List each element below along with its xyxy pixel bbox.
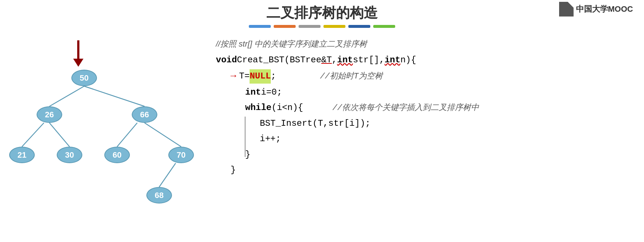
comment-null: //初始时T为空树: [320, 70, 383, 83]
semicolon: ;: [271, 69, 276, 83]
svg-line-2: [22, 123, 44, 147]
close-brace-func: }: [231, 163, 236, 177]
while-body: BST_Insert(T,str[i]); i++;: [216, 117, 622, 146]
null-value: NULL: [250, 69, 271, 83]
kw-int-1: int: [337, 53, 353, 67]
comment-line-1: //按照 str[] 中的关键字序列建立二叉排序树: [216, 38, 622, 50]
close-brace-while: }: [245, 148, 250, 162]
code-line-int-i: int i=0;: [245, 85, 622, 99]
comment-while: //依次将每个关键字插入到二叉排序树中: [332, 102, 479, 114]
color-bars: [249, 25, 395, 28]
logo-text: 中国大学MOOC: [576, 4, 633, 15]
color-bar: [373, 25, 395, 28]
node-66: 66: [132, 106, 157, 123]
code-line-while: while (i<n){ //依次将每个关键字插入到二叉排序树中: [245, 101, 622, 115]
code-line-tnull: → T= NULL ; //初始时T为空树: [231, 69, 622, 84]
color-bar: [274, 25, 296, 28]
arrow-down: [73, 40, 83, 67]
kw-int-3: int: [245, 85, 261, 99]
node-60: 60: [104, 147, 130, 163]
kw-int-2: int: [385, 53, 400, 67]
while-cond: (i<n){: [272, 101, 303, 115]
bst-insert: BST_Insert(T,str[i]);: [260, 117, 370, 131]
i-init: i=0;: [261, 85, 282, 99]
red-arrow-icon: →: [231, 69, 236, 84]
comma: ,: [332, 53, 337, 67]
svg-line-3: [49, 123, 70, 147]
arrow-head: [73, 59, 83, 67]
page-container: 二叉排序树的构造 中国大学MOOC: [0, 0, 644, 242]
logo-area: 中国大学MOOC: [559, 2, 633, 16]
svg-line-6: [159, 163, 176, 187]
kw-void: void: [216, 53, 237, 67]
func-name: Creat_BST(BSTree: [237, 53, 321, 67]
node-50: 50: [71, 70, 97, 86]
color-bar: [323, 25, 345, 28]
page-title: 二叉排序树的构造: [266, 4, 378, 22]
while-block: while (i<n){ //依次将每个关键字插入到二叉排序树中 BST_Ins…: [216, 101, 622, 162]
t-assign: T=: [239, 69, 250, 83]
code-area: //按照 str[] 中的关键字序列建立二叉排序树 void Creat_BST…: [209, 35, 629, 182]
code-line-signature: void Creat_BST(BSTree &T , int str[], in…: [216, 53, 622, 67]
code-line-iinc: i++;: [260, 132, 622, 146]
logo-shape: [559, 2, 574, 16]
node-68: 68: [146, 187, 172, 203]
kw-while: while: [245, 101, 272, 115]
i-inc: i++;: [260, 132, 281, 146]
color-bar: [299, 25, 321, 28]
param-str: str[],: [353, 53, 384, 67]
ref-T: &T: [321, 53, 332, 67]
node-30: 30: [57, 147, 82, 163]
tree-area: 50 26 66 21 30 60 70 68: [0, 33, 212, 238]
svg-line-1: [84, 86, 145, 106]
svg-line-0: [49, 86, 84, 106]
param-n: n){: [400, 53, 416, 67]
code-block: void Creat_BST(BSTree &T , int str[], in…: [216, 53, 622, 177]
arrow-line: [77, 40, 79, 59]
color-bar: [249, 25, 271, 28]
node-26: 26: [37, 106, 62, 123]
node-70: 70: [168, 147, 194, 163]
tree-svg: [0, 33, 212, 238]
code-line-while-close: }: [245, 148, 622, 162]
color-bar: [348, 25, 370, 28]
code-line-insert: BST_Insert(T,str[i]);: [260, 117, 622, 131]
svg-line-5: [145, 123, 181, 147]
svg-line-4: [117, 123, 137, 147]
code-line-close: }: [231, 163, 622, 177]
node-21: 21: [9, 147, 35, 163]
